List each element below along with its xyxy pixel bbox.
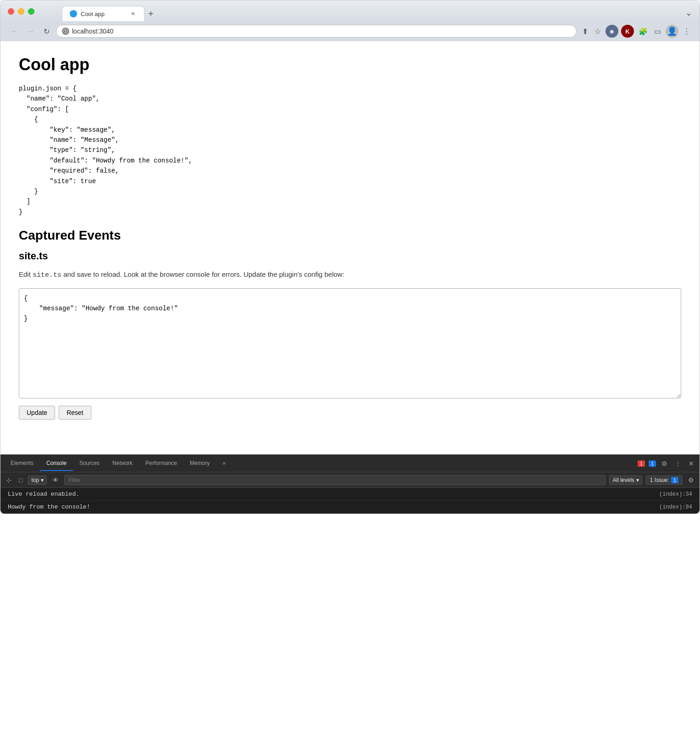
context-label: top (31, 477, 39, 483)
share-button[interactable]: ⬆ (580, 25, 590, 38)
more-menu-button[interactable]: ⋮ (681, 25, 692, 38)
issues-label: 1 Issue: (650, 477, 669, 483)
console-link-1[interactable]: (index):34 (659, 491, 692, 498)
console-filter-input[interactable] (64, 475, 606, 485)
browser-tab-active[interactable]: 🌐 Cool app ✕ (62, 6, 144, 21)
devtools-close-button[interactable]: ✕ (687, 459, 696, 468)
reset-button[interactable]: Reset (59, 406, 91, 420)
devtools-settings-button[interactable]: ⚙ (660, 459, 669, 468)
devtools-tab-elements[interactable]: Elements (4, 456, 40, 471)
extensions-button[interactable]: 🧩 (637, 25, 650, 38)
devtools-tab-memory[interactable]: Memory (183, 456, 216, 471)
bookmark-button[interactable]: ☆ (593, 25, 603, 38)
sidebar-button[interactable]: ▭ (652, 25, 663, 38)
chevron-down-icon: ▾ (41, 477, 44, 483)
chevron-down-icon-2: ▾ (636, 477, 639, 483)
devtools-tab-more[interactable]: » (216, 456, 232, 471)
maximize-button[interactable] (28, 8, 34, 15)
error-badge: 1 (638, 460, 645, 467)
url-display: localhost:3040 (72, 28, 571, 35)
tab-overflow-button[interactable]: ⌄ (685, 8, 692, 18)
console-line-1: Live reload enabled. (index):34 (0, 488, 700, 501)
tab-favicon: 🌐 (70, 10, 77, 17)
tab-title: Cool app (81, 11, 105, 17)
captured-events-title: Captured Events (19, 228, 681, 243)
levels-label: All levels (612, 477, 634, 483)
console-line-text-2: Howdy from the console! (8, 504, 90, 510)
plugin-json-code: plugin.json = { "name": "Cool app", "con… (19, 84, 681, 217)
devtools-panel: Elements Console Sources Network Perform… (0, 454, 700, 514)
error-count: 1 (638, 460, 645, 467)
user-avatar[interactable]: 👤 (666, 25, 678, 38)
back-button[interactable]: ← (8, 25, 21, 37)
new-tab-button[interactable]: + (148, 9, 154, 19)
devtools-tab-network[interactable]: Network (106, 456, 139, 471)
levels-selector[interactable]: All levels ▾ (609, 476, 642, 485)
nav-actions: ⬆ ☆ ◉ K 🧩 ▭ 👤 ⋮ (580, 25, 692, 38)
device-mode-button[interactable]: □ (17, 476, 24, 485)
address-bar[interactable]: ⓘ localhost:3040 (56, 25, 577, 38)
site-ts-title: site.ts (19, 250, 681, 262)
reload-button[interactable]: ↻ (41, 25, 52, 38)
message-count: 1 (649, 460, 656, 467)
profile-icon-k[interactable]: K (621, 25, 634, 38)
devtools-tab-sources[interactable]: Sources (73, 456, 106, 471)
devtools-tab-performance[interactable]: Performance (139, 456, 183, 471)
devtools-tab-bar: Elements Console Sources Network Perform… (0, 455, 700, 472)
info-icon: ⓘ (62, 28, 69, 35)
console-output: Live reload enabled. (index):34 Howdy fr… (0, 488, 700, 514)
select-element-button[interactable]: ⊹ (4, 476, 13, 485)
tab-close-button[interactable]: ✕ (129, 10, 137, 17)
navigation-bar: ← → ↻ ⓘ localhost:3040 ⬆ ☆ ◉ K 🧩 ▭ 👤 ⋮ (0, 21, 700, 41)
forward-button[interactable]: → (24, 25, 37, 37)
devtools-actions: 1 1 ⚙ ⋮ ✕ (638, 459, 696, 468)
profile-icon-1[interactable]: ◉ (606, 25, 618, 38)
devtools-tab-console[interactable]: Console (40, 456, 73, 471)
minimize-button[interactable] (18, 8, 24, 15)
eye-button[interactable]: 👁 (50, 476, 61, 485)
issues-badge: 1 Issue: 1 (646, 476, 683, 485)
message-badge: 1 (649, 460, 656, 467)
devtools-more-button[interactable]: ⋮ (673, 459, 683, 468)
console-link-2[interactable]: (index):94 (659, 504, 692, 510)
devtools-toolbar: ⊹ □ top ▾ 👁 All levels ▾ 1 Issue: 1 ⚙ (0, 472, 700, 488)
config-textarea[interactable]: { "message": "Howdy from the console!" } (19, 288, 681, 398)
update-button[interactable]: Update (19, 406, 55, 420)
button-row: Update Reset (19, 406, 681, 420)
description-text: Edit site.ts and save to reload. Look at… (19, 269, 681, 281)
issues-count: 1 (671, 477, 678, 483)
console-line-2: Howdy from the console! (index):94 (0, 501, 700, 514)
context-selector[interactable]: top ▾ (28, 476, 47, 485)
page-content: Cool app plugin.json = { "name": "Cool a… (0, 41, 700, 454)
close-button[interactable] (8, 8, 14, 15)
issues-settings-button[interactable]: ⚙ (686, 476, 696, 485)
console-line-text-1: Live reload enabled. (8, 491, 79, 498)
page-title: Cool app (19, 55, 681, 74)
